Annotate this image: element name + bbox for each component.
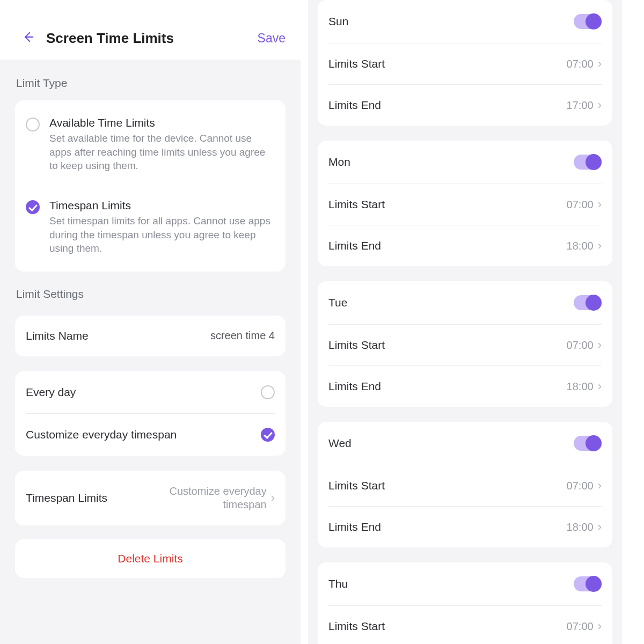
chevron-right-icon: › bbox=[598, 521, 602, 533]
delete-label: Delete Limits bbox=[26, 539, 275, 578]
chevron-right-icon: › bbox=[598, 480, 602, 492]
limits-name-card[interactable]: Limits Name screen time 4 bbox=[15, 316, 286, 356]
schedule-option-label: Customize everyday timespan bbox=[26, 428, 261, 441]
limit-type-option-timespan[interactable]: Timespan Limits Set timespan limits for … bbox=[26, 186, 275, 261]
radio-checked-icon[interactable] bbox=[26, 200, 40, 214]
limits-start-label: Limits Start bbox=[328, 57, 567, 70]
limit-type-title: Available Time Limits bbox=[49, 116, 275, 129]
schedule-option-everyday[interactable]: Every day bbox=[26, 371, 275, 413]
limits-end-value: 17:00 bbox=[567, 99, 594, 112]
limits-start-label: Limits Start bbox=[328, 620, 567, 633]
limits-end-label: Limits End bbox=[328, 521, 567, 533]
header: Screen Time Limits Save bbox=[0, 0, 301, 60]
chevron-right-icon: › bbox=[598, 199, 602, 210]
day-toggle[interactable] bbox=[574, 155, 602, 170]
day-card-wed: WedLimits Start07:00›Limits End18:00› bbox=[318, 422, 612, 547]
limits-start-row[interactable]: Limits Start07:00› bbox=[328, 324, 602, 365]
day-card-thu: ThuLimits Start07:00›Limits End18:00› bbox=[318, 562, 612, 644]
limit-type-title: Timespan Limits bbox=[49, 199, 275, 212]
limits-start-row[interactable]: Limits Start07:00› bbox=[328, 605, 602, 644]
limits-end-value: 18:00 bbox=[567, 380, 594, 393]
limits-start-value: 07:00 bbox=[567, 339, 594, 352]
delete-limits-button[interactable]: Delete Limits bbox=[15, 539, 286, 578]
day-toggle[interactable] bbox=[574, 14, 602, 29]
limits-start-label: Limits Start bbox=[328, 198, 567, 211]
limits-start-row[interactable]: Limits Start07:00› bbox=[328, 43, 602, 84]
day-toggle[interactable] bbox=[574, 295, 602, 310]
day-name: Tue bbox=[328, 296, 574, 309]
day-header: Tue bbox=[328, 281, 602, 324]
limits-end-row[interactable]: Limits End18:00› bbox=[328, 225, 602, 266]
day-card-tue: TueLimits Start07:00›Limits End18:00› bbox=[318, 281, 612, 407]
limit-type-card: Available Time Limits Set available time… bbox=[15, 100, 286, 272]
limits-end-label: Limits End bbox=[328, 239, 567, 252]
limits-start-value: 07:00 bbox=[567, 480, 594, 492]
chevron-right-icon: › bbox=[598, 339, 602, 351]
radio-icon[interactable] bbox=[26, 118, 40, 131]
day-card-mon: MonLimits Start07:00›Limits End18:00› bbox=[318, 141, 612, 266]
timespan-label: Timespan Limits bbox=[26, 492, 149, 504]
limits-start-value: 07:00 bbox=[567, 58, 594, 70]
page-title: Screen Time Limits bbox=[46, 30, 246, 47]
limit-type-option-available[interactable]: Available Time Limits Set available time… bbox=[26, 111, 275, 178]
day-header: Thu bbox=[328, 562, 602, 605]
limits-end-row[interactable]: Limits End18:00› bbox=[328, 365, 602, 407]
limits-start-label: Limits Start bbox=[328, 339, 567, 352]
schedule-option-customize[interactable]: Customize everyday timespan bbox=[26, 413, 275, 456]
day-header: Sun bbox=[328, 0, 602, 43]
chevron-right-icon: › bbox=[271, 492, 275, 504]
day-toggle[interactable] bbox=[574, 436, 602, 451]
chevron-right-icon: › bbox=[598, 620, 602, 632]
timespan-value: Customize everyday timespan bbox=[149, 485, 267, 511]
section-limit-settings: Limit Settings bbox=[16, 288, 286, 301]
chevron-right-icon: › bbox=[598, 380, 602, 392]
limits-end-label: Limits End bbox=[328, 380, 567, 393]
limits-end-row[interactable]: Limits End18:00› bbox=[328, 506, 602, 547]
schedule-option-label: Every day bbox=[26, 386, 261, 399]
limits-name-label: Limits Name bbox=[26, 330, 210, 342]
save-button[interactable]: Save bbox=[258, 31, 286, 46]
day-name: Wed bbox=[328, 437, 574, 450]
limits-name-value: screen time 4 bbox=[210, 330, 275, 342]
day-name: Sun bbox=[328, 15, 574, 28]
limits-end-value: 18:00 bbox=[567, 521, 594, 533]
limits-start-value: 07:00 bbox=[567, 620, 594, 633]
radio-icon[interactable] bbox=[261, 385, 275, 399]
chevron-right-icon: › bbox=[598, 99, 602, 111]
day-toggle[interactable] bbox=[574, 576, 602, 591]
section-limit-type: Limit Type bbox=[16, 77, 286, 90]
limits-end-row[interactable]: Limits End17:00› bbox=[328, 84, 602, 126]
day-name: Mon bbox=[328, 156, 574, 169]
chevron-right-icon: › bbox=[598, 58, 602, 70]
limits-end-value: 18:00 bbox=[567, 240, 594, 252]
timespan-limits-row[interactable]: Timespan Limits Customize everyday times… bbox=[15, 471, 286, 525]
limits-start-value: 07:00 bbox=[567, 199, 594, 211]
schedule-card: Every day Customize everyday timespan bbox=[15, 371, 286, 456]
limit-type-desc: Set timespan limits for all apps. Cannot… bbox=[49, 214, 275, 255]
chevron-right-icon: › bbox=[598, 240, 602, 252]
limits-start-row[interactable]: Limits Start07:00› bbox=[328, 184, 602, 225]
limit-type-desc: Set available time for the device. Canno… bbox=[49, 131, 275, 173]
back-arrow-icon[interactable] bbox=[21, 31, 34, 46]
limits-start-label: Limits Start bbox=[328, 479, 567, 492]
limits-end-label: Limits End bbox=[328, 99, 567, 112]
day-header: Mon bbox=[328, 141, 602, 184]
radio-checked-icon[interactable] bbox=[261, 428, 275, 442]
day-card-sun: SunLimits Start07:00›Limits End17:00› bbox=[318, 0, 612, 126]
day-header: Wed bbox=[328, 422, 602, 465]
day-name: Thu bbox=[328, 577, 574, 590]
limits-start-row[interactable]: Limits Start07:00› bbox=[328, 465, 602, 506]
